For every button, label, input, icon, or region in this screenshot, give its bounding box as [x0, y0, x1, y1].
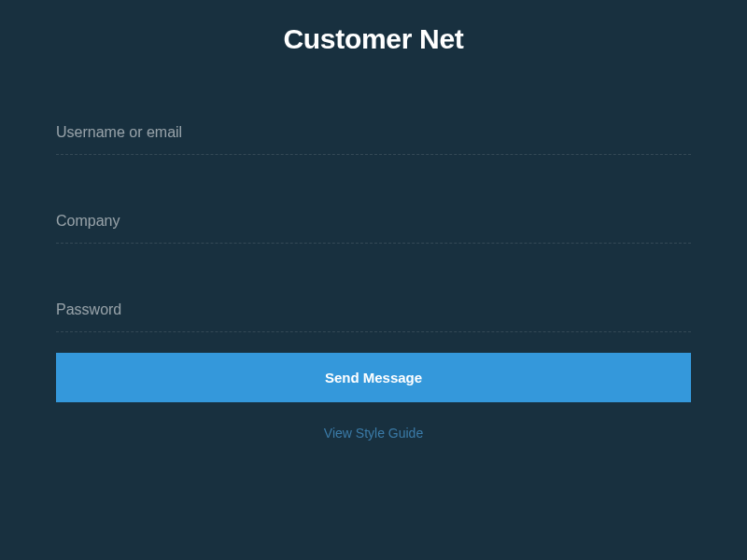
username-input[interactable] — [56, 120, 691, 155]
form-group-company — [56, 209, 691, 244]
form-group-username — [56, 120, 691, 155]
form-group-password — [56, 298, 691, 332]
password-input[interactable] — [56, 298, 691, 332]
style-guide-link[interactable]: View Style Guide — [324, 426, 423, 441]
send-message-button[interactable]: Send Message — [56, 353, 691, 402]
page-title: Customer Net — [56, 23, 691, 55]
company-input[interactable] — [56, 209, 691, 244]
login-form: Send Message — [56, 120, 691, 402]
login-container: Customer Net Send Message View Style Gui… — [0, 0, 747, 441]
footer: View Style Guide — [56, 425, 691, 441]
